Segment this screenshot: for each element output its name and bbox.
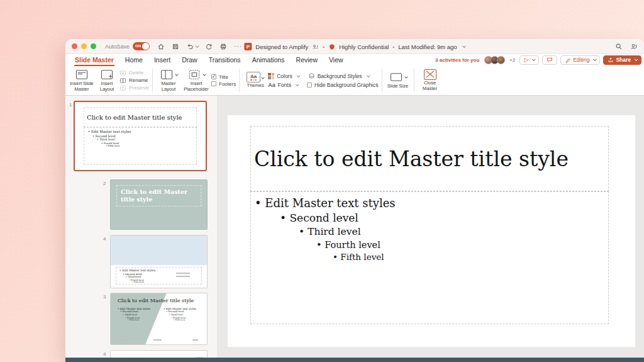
share-button[interactable]: Share bbox=[603, 55, 641, 65]
pencil-icon bbox=[565, 57, 571, 63]
insert-slide-master-button[interactable]: Insert Slide Master bbox=[69, 69, 94, 92]
undo-icon bbox=[186, 43, 194, 50]
content-layout-thumbnail[interactable]: Edit Master text styles Second level Thi… bbox=[110, 235, 208, 288]
insert-placeholder-chevron-icon bbox=[203, 72, 206, 76]
ribbon: Insert Slide Master Insert Layout Delete… bbox=[65, 65, 644, 96]
account-icon[interactable] bbox=[630, 43, 638, 50]
redo-icon[interactable] bbox=[205, 43, 213, 50]
bullet-level-5: Fifth level bbox=[333, 252, 608, 263]
title-checkbox[interactable]: ✓ Title bbox=[211, 74, 236, 80]
hide-background-graphics-box bbox=[307, 82, 312, 88]
tab-animations[interactable]: Animations bbox=[247, 55, 291, 65]
more-commands-icon[interactable]: ··· bbox=[234, 43, 242, 50]
share-icon bbox=[608, 57, 614, 63]
home-icon[interactable] bbox=[157, 43, 165, 50]
tab-slide-master[interactable]: Slide Master bbox=[69, 55, 119, 65]
thumbnail-number: 1 bbox=[69, 102, 72, 108]
colors-button[interactable]: Colors bbox=[268, 72, 299, 79]
bullet-level-1: Edit Master text styles bbox=[255, 196, 608, 210]
thumbnail-number: 3 bbox=[103, 294, 106, 300]
tab-home[interactable]: Home bbox=[119, 55, 148, 65]
master-layout-chevron-icon bbox=[175, 72, 179, 76]
ribbon-separator bbox=[382, 69, 382, 93]
insert-placeholder-button[interactable]: Insert Placeholder bbox=[181, 69, 211, 92]
titlebar-right bbox=[615, 43, 638, 50]
tab-insert[interactable]: Insert bbox=[148, 55, 176, 65]
editing-mode-button[interactable]: Editing bbox=[560, 55, 600, 65]
body-placeholder[interactable]: Edit Master text styles Second level Thi… bbox=[250, 191, 609, 324]
undo-button[interactable] bbox=[186, 43, 198, 50]
shared-users-icon[interactable] bbox=[312, 43, 319, 50]
thumbnail-footer-bar bbox=[118, 339, 128, 341]
extra-avatars-count[interactable]: +2 bbox=[509, 57, 515, 63]
close-master-button[interactable]: Close Master bbox=[418, 69, 443, 91]
slide-edit-stack: Delete Rename Preserve bbox=[119, 70, 149, 91]
tab-draw[interactable]: Draw bbox=[176, 55, 203, 65]
document-title[interactable]: Designed to Amplify bbox=[255, 43, 308, 50]
autosave-toggle-knob bbox=[142, 43, 149, 50]
rename-icon bbox=[119, 77, 126, 84]
two-content-layout-thumbnail[interactable]: Click to edit Master title style Edit Ma… bbox=[110, 293, 208, 345]
collaborator-avatars bbox=[484, 56, 505, 64]
thumbnail-footer-bar bbox=[153, 339, 162, 341]
present-button[interactable]: ▷ bbox=[519, 55, 539, 65]
bottom-accent-bar bbox=[65, 358, 644, 362]
master-slide-thumbnail[interactable]: Click to edit Master title style Edit Ma… bbox=[74, 101, 207, 171]
tab-review[interactable]: Review bbox=[291, 55, 323, 65]
insert-placeholder-icon bbox=[187, 69, 202, 81]
colors-chevron-icon bbox=[297, 74, 301, 77]
search-icon[interactable] bbox=[615, 43, 623, 50]
background-styles-button[interactable]: Background Styles bbox=[308, 72, 369, 79]
zoom-window-button[interactable] bbox=[91, 43, 96, 49]
slide-size-button[interactable]: Slide Size bbox=[386, 71, 411, 89]
sensitivity-icon bbox=[328, 43, 335, 50]
close-window-button[interactable] bbox=[72, 43, 77, 49]
themes-chevron-icon bbox=[261, 76, 265, 79]
master-title-text: Click to edit Master title style bbox=[251, 147, 569, 171]
activities-label[interactable]: 3 activities for you bbox=[435, 57, 479, 63]
footers-checkbox-box bbox=[211, 81, 216, 86]
powerpoint-window: AutoSave ON ··· P Designed to Amplify bbox=[65, 39, 644, 362]
tab-transitions[interactable]: Transitions bbox=[203, 55, 247, 65]
hide-background-graphics-checkbox[interactable]: Hide Background Graphics bbox=[307, 82, 379, 88]
quick-access-toolbar: ··· bbox=[157, 43, 242, 50]
slide-size-chevron-icon bbox=[404, 75, 408, 79]
slide-thumbnail-panel[interactable]: 1 Click to edit Master title style Edit … bbox=[65, 96, 217, 358]
autosave-toggle[interactable]: ON bbox=[133, 42, 150, 50]
thumbnail-caption-bar bbox=[176, 276, 190, 277]
slide-editing-canvas[interactable]: Click to edit Master title style Edit Ma… bbox=[217, 96, 644, 358]
insert-layout-icon bbox=[99, 69, 114, 81]
editing-mode-label: Editing bbox=[573, 57, 589, 63]
delete-icon bbox=[119, 70, 126, 76]
insert-layout-button[interactable]: Insert Layout bbox=[94, 69, 119, 92]
comments-button[interactable] bbox=[542, 55, 557, 65]
preserve-button: Preserve bbox=[119, 85, 149, 91]
sensitivity-label[interactable]: Highly Confidential bbox=[339, 43, 389, 50]
placeholder-checkboxes: ✓ Title Footers bbox=[211, 74, 236, 87]
footers-checkbox[interactable]: Footers bbox=[211, 81, 236, 87]
ribbon-tab-row: Slide Master Home Insert Draw Transition… bbox=[65, 54, 644, 65]
minimize-window-button[interactable] bbox=[81, 43, 87, 49]
themes-button[interactable]: Aa Themes bbox=[243, 72, 268, 89]
master-layout-button[interactable]: Master Layout bbox=[156, 69, 181, 92]
theme-options-column: Colors Background Styles Aa Fonts bbox=[268, 72, 378, 88]
print-icon[interactable] bbox=[219, 43, 227, 50]
tab-view[interactable]: View bbox=[323, 55, 349, 65]
document-menu-chevron-icon[interactable] bbox=[463, 44, 467, 48]
slide-size-icon bbox=[389, 71, 404, 83]
title-placeholder[interactable]: Click to edit Master title style bbox=[250, 126, 609, 191]
editing-chevron-icon bbox=[593, 57, 597, 61]
themes-icon: Aa bbox=[247, 72, 260, 82]
ribbon-separator bbox=[414, 69, 414, 93]
title-layout-thumbnail[interactable]: Click to edit Master title style bbox=[110, 179, 208, 230]
master-slide[interactable]: Click to edit Master title style Edit Ma… bbox=[228, 115, 635, 347]
save-icon[interactable] bbox=[172, 43, 179, 50]
fonts-button[interactable]: Aa Fonts bbox=[268, 82, 298, 88]
present-chevron-icon bbox=[532, 57, 536, 61]
avatar[interactable] bbox=[497, 56, 505, 64]
thumbnail-right-content: Edit Master text styles Second level Thi… bbox=[164, 307, 196, 321]
thumbnail-number: 2 bbox=[103, 181, 106, 186]
fonts-chevron-icon bbox=[296, 82, 299, 86]
partial-layout-thumbnail[interactable] bbox=[110, 350, 208, 358]
rename-button[interactable]: Rename bbox=[119, 77, 149, 84]
